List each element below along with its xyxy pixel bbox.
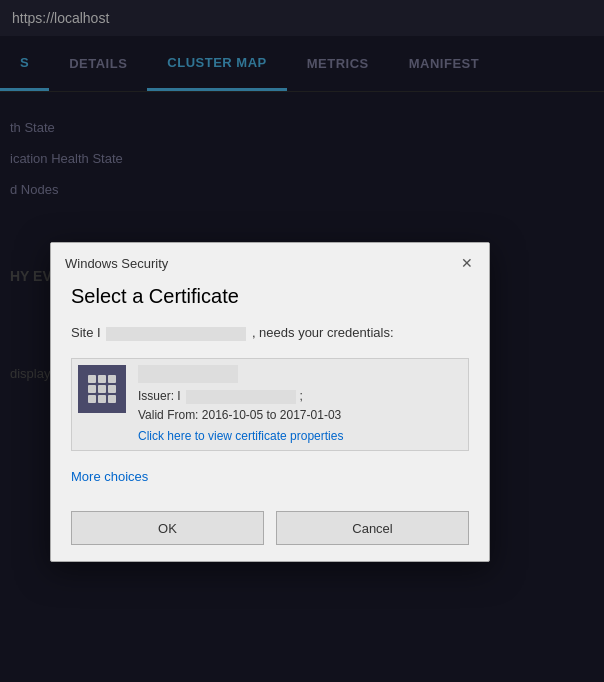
cert-name-redacted [138, 365, 238, 383]
site-needs-suffix: , needs your credentials: [252, 325, 394, 340]
windows-security-dialog: Windows Security ✕ Select a Certificate … [50, 242, 490, 562]
modal-heading: Select a Certificate [71, 285, 469, 308]
modal-titlebar: Windows Security ✕ [51, 243, 489, 279]
modal-footer: OK Cancel [51, 501, 489, 561]
modal-body: Select a Certificate Site I , needs your… [51, 279, 489, 501]
cert-issuer-value-redacted [186, 390, 296, 404]
site-needs-text: Site I [71, 325, 101, 340]
more-choices-link[interactable]: More choices [71, 469, 148, 484]
modal-title: Windows Security [65, 256, 168, 271]
certificate-item[interactable]: Issuer: I ; Valid From: 2016-10-05 to 20… [71, 358, 469, 451]
site-info: Site I , needs your credentials: [71, 324, 469, 342]
site-url-redacted [106, 327, 246, 341]
modal-overlay: Windows Security ✕ Select a Certificate … [0, 0, 604, 682]
ok-button[interactable]: OK [71, 511, 264, 545]
cert-details: Issuer: I ; Valid From: 2016-10-05 to 20… [138, 365, 462, 444]
cert-icon [78, 365, 126, 413]
cert-valid: Valid From: 2016-10-05 to 2017-01-03 [138, 408, 462, 422]
cert-issuer: Issuer: I ; [138, 389, 462, 404]
cert-view-link[interactable]: Click here to view certificate propertie… [138, 429, 343, 443]
close-button[interactable]: ✕ [457, 253, 477, 273]
cert-icon-grid [88, 375, 116, 403]
cancel-button[interactable]: Cancel [276, 511, 469, 545]
